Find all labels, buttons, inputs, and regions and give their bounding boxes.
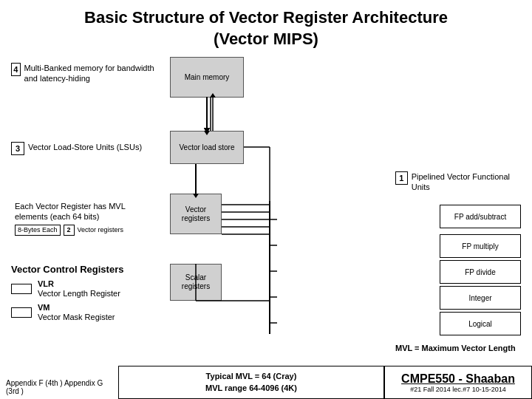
vm-item: VM Vector Mask Register <box>11 303 123 322</box>
mvl-text: Typical MVL = 64 (Cray)MVL range 64-4096… <box>205 371 297 394</box>
main-memory-box: Main memory <box>170 57 244 98</box>
vm-label: VM Vector Mask Register <box>38 303 115 322</box>
vlr-item: VLR Vector Length Register <box>11 279 123 299</box>
badge-3: 3 <box>11 142 24 155</box>
fu-fp-add: FP add/subtract <box>440 205 521 228</box>
fu-fp-multiply: FP multiply <box>440 234 521 258</box>
multi-banked-label: 4 Multi-Banked memory for bandwidth and … <box>11 63 155 84</box>
content-wrapper: 4 Multi-Banked memory for bandwidth and … <box>11 57 521 367</box>
vector-registers-label: Vector registers <box>78 226 124 234</box>
vector-registers-box: Vector registers <box>170 194 222 234</box>
bytes-each-label: 8-Bytes Each <box>15 225 61 236</box>
appendix-text: Appendix F (4th ) Appendix G (3rd ) <box>0 366 118 399</box>
multi-banked-text: Multi-Banked memory for bandwidth and la… <box>24 63 155 84</box>
page-title: Basic Structure of Vector Register Archi… <box>11 7 521 50</box>
scalar-registers-box: Scalar registers <box>170 264 222 301</box>
each-vector-label: Each Vector Register has MVL elements (e… <box>15 201 155 236</box>
badge-4: 4 <box>11 63 21 76</box>
mvl-box: Typical MVL = 64 (Cray)MVL range 64-4096… <box>118 366 384 399</box>
fu-fp-divide: FP divide <box>440 260 521 284</box>
cmpe-title: CMPE550 - Shaaban <box>401 372 515 386</box>
vls-text: Vector Load-Store Units (LSUs) <box>28 142 142 152</box>
vcr-title: Vector Control Registers <box>11 264 123 275</box>
mvl-note: MVL = Maximum Vector Length <box>395 344 516 352</box>
vls-box: Vector load store <box>170 131 244 164</box>
bottom-bar: Appendix F (4th ) Appendix G (3rd ) Typi… <box>0 366 532 399</box>
badge-2: 2 <box>64 225 75 236</box>
vcr-section: Vector Control Registers VLR Vector Leng… <box>11 264 123 326</box>
pipelined-text: Pipelined Vector Functional Units <box>412 171 521 193</box>
cmpe-box: CMPE550 - Shaaban #21 Fall 2014 lec.#7 1… <box>384 366 532 399</box>
fu-logical: Logical <box>440 312 521 335</box>
main-container: Basic Structure of Vector Register Archi… <box>0 0 532 399</box>
vlr-label: VLR Vector Length Register <box>38 279 120 299</box>
vm-rect <box>11 307 32 318</box>
fu-integer: Integer <box>440 286 521 310</box>
vls-label: 3 Vector Load-Store Units (LSUs) <box>11 142 142 155</box>
center-diagram: Main memory Vector load store Vector reg… <box>155 57 325 367</box>
vlr-rect <box>11 284 32 294</box>
badge-1: 1 <box>395 171 408 185</box>
cmpe-sub: #21 Fall 2014 lec.#7 10-15-2014 <box>410 386 506 393</box>
pipelined-label: 1 Pipelined Vector Functional Units <box>395 171 521 193</box>
